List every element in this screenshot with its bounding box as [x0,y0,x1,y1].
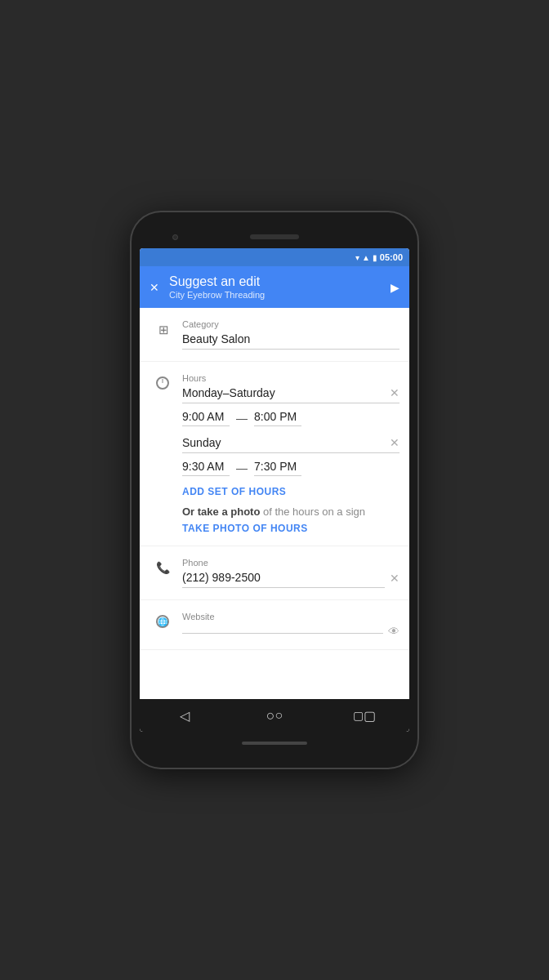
phone-shell: 05:00 Suggest an edit City Eyebrow Threa… [132,212,417,768]
nav-recent-button[interactable]: ▢ [348,699,381,732]
hours-time-row-1: 9:00 AM — 8:00 PM [182,410,399,426]
battery-icon [373,253,377,262]
phone-field-group: Phone (212) 989-2500 ✕ [182,558,399,588]
website-field-group: Website 👁 [182,612,399,638]
website-label: Website [182,612,399,621]
globe-icon: 🌐 [156,615,169,628]
nav-back-button[interactable] [168,699,201,732]
close-button[interactable] [150,280,159,295]
hours-open-2[interactable]: 9:30 AM [182,460,230,476]
front-camera [172,234,178,240]
website-icon: 🌐 [150,612,176,628]
app-bar-title: Suggest an edit [169,274,265,289]
hours-label: Hours [182,373,399,383]
status-icons: 05:00 [355,252,403,262]
hours-close-2[interactable]: 7:30 PM [254,460,301,476]
website-value[interactable] [182,630,383,634]
nav-bar: ○ ▢ [140,699,409,732]
hours-day-row-1: Monday–Saturday ✕ [182,386,399,403]
hours-icon [150,373,176,390]
phone-speaker [250,234,299,239]
phone-input-row: (212) 989-2500 ✕ [182,571,399,588]
wifi-icon [355,253,359,262]
hours-close-1[interactable]: 8:00 PM [254,410,301,426]
clock-icon [156,376,169,390]
home-bar [242,742,307,745]
hours-field-group: Hours Monday–Saturday ✕ 9:00 AM — 8:00 P… [182,373,399,534]
hours-clear-1[interactable]: ✕ [390,386,399,399]
eye-icon[interactable]: 👁 [388,625,399,638]
phone-icon: 📞 [150,558,176,574]
hours-set-1: Monday–Saturday ✕ 9:00 AM — 8:00 PM [182,386,399,426]
app-bar-left: Suggest an edit City Eyebrow Threading [150,274,265,300]
phone-label: Phone [182,558,399,568]
phone-clear-button[interactable]: ✕ [390,572,399,588]
hours-set-2: Sunday ✕ 9:30 AM — 7:30 PM [182,436,399,476]
phone-value[interactable]: (212) 989-2500 [182,571,385,588]
form-content: ⊞ Category Beauty Salon Hours Mon [140,308,409,699]
photo-prompt-suffix: of the hours on a sign [260,506,365,518]
app-bar-subtitle: City Eyebrow Threading [169,290,265,300]
category-row: ⊞ Category Beauty Salon [140,308,409,362]
category-label: Category [182,319,399,329]
photo-prompt: Or take a photo of the hours on a sign [182,506,399,518]
hours-day-row-2: Sunday ✕ [182,436,399,453]
phone-bottom [140,732,409,755]
app-bar-titles: Suggest an edit City Eyebrow Threading [169,274,265,300]
hours-day-2[interactable]: Sunday [182,436,221,449]
phone-top [140,225,409,248]
website-input-row: 👁 [182,625,399,638]
phone-row: 📞 Phone (212) 989-2500 ✕ [140,546,409,600]
time-dash-2: — [236,461,248,474]
add-hours-button[interactable]: ADD SET OF HOURS [182,486,399,497]
status-bar: 05:00 [140,248,409,266]
app-bar: Suggest an edit City Eyebrow Threading [140,266,409,308]
phone-screen: 05:00 Suggest an edit City Eyebrow Threa… [140,248,409,732]
hours-open-1[interactable]: 9:00 AM [182,410,230,426]
status-time: 05:00 [380,252,403,262]
submit-button[interactable] [391,280,399,295]
photo-prompt-bold: Or take a photo [182,506,260,518]
take-photo-button[interactable]: TAKE PHOTO OF HOURS [182,523,399,534]
signal-icon [362,253,370,262]
category-value[interactable]: Beauty Salon [182,332,399,350]
time-dash-1: — [236,412,248,425]
hours-clear-2[interactable]: ✕ [390,436,399,449]
website-row: 🌐 Website 👁 [140,600,409,650]
category-icon: ⊞ [150,319,176,337]
nav-home-button[interactable]: ○ [258,699,291,732]
category-field-group: Category Beauty Salon [182,319,399,350]
hours-time-row-2: 9:30 AM — 7:30 PM [182,460,399,476]
hours-row: Hours Monday–Saturday ✕ 9:00 AM — 8:00 P… [140,362,409,546]
hours-day-1[interactable]: Monday–Saturday [182,386,275,399]
